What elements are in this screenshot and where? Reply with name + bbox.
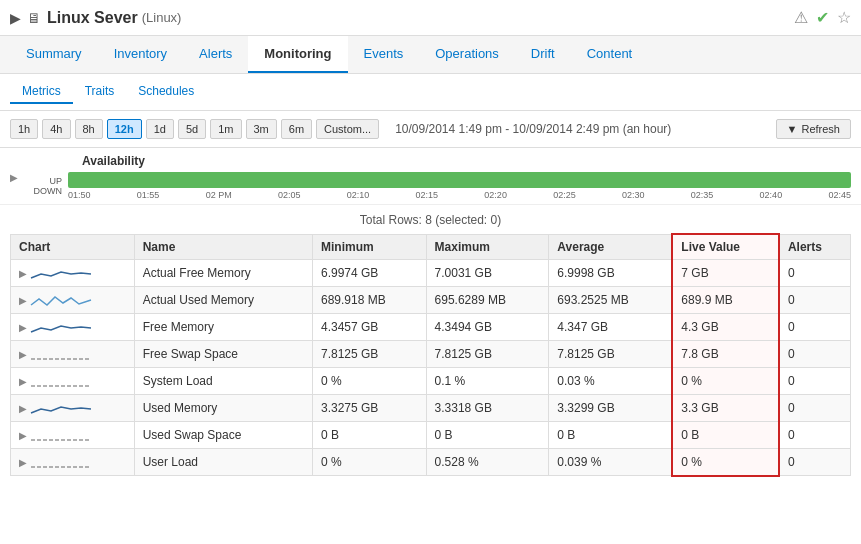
metric-maximum: 695.6289 MB <box>426 287 549 314</box>
tick-7: 02:25 <box>553 190 576 200</box>
subnav-metrics[interactable]: Metrics <box>10 80 73 104</box>
metric-name: System Load <box>134 368 312 395</box>
table-row: ▶Actual Free Memory6.9974 GB7.0031 GB6.9… <box>11 260 851 287</box>
mini-chart-svg <box>31 345 91 363</box>
page-subtitle: (Linux) <box>142 10 182 25</box>
nav-inventory[interactable]: Inventory <box>98 36 183 73</box>
table-row: ▶User Load0 %0.528 %0.039 %0 %0 <box>11 449 851 476</box>
main-navigation: Summary Inventory Alerts Monitoring Even… <box>0 36 861 74</box>
metric-name: Free Memory <box>134 314 312 341</box>
check-icon[interactable]: ✔ <box>816 8 829 27</box>
metric-alerts: 0 <box>779 287 851 314</box>
nav-events[interactable]: Events <box>348 36 420 73</box>
up-label: UP <box>49 176 62 186</box>
tick-9: 02:35 <box>691 190 714 200</box>
row-expand-arrow[interactable]: ▶ <box>19 322 27 333</box>
metric-name: Free Swap Space <box>134 341 312 368</box>
time-8h[interactable]: 8h <box>75 119 103 139</box>
chart-cell: ▶ <box>11 422 135 449</box>
tick-1: 01:55 <box>137 190 160 200</box>
metric-live-value: 4.3 GB <box>672 314 779 341</box>
tick-8: 02:30 <box>622 190 645 200</box>
metric-maximum: 7.0031 GB <box>426 260 549 287</box>
mini-chart-svg <box>31 453 91 471</box>
metric-live-value: 3.3 GB <box>672 395 779 422</box>
metric-minimum: 0 B <box>313 422 427 449</box>
tick-11: 02:45 <box>828 190 851 200</box>
avail-ticks: 01:50 01:55 02 PM 02:05 02:10 02:15 02:2… <box>68 190 851 200</box>
availability-title: Availability <box>82 154 851 168</box>
refresh-button[interactable]: ▼ Refresh <box>776 119 851 139</box>
time-5d[interactable]: 5d <box>178 119 206 139</box>
time-1d[interactable]: 1d <box>146 119 174 139</box>
table-row: ▶Used Swap Space0 B0 B0 B0 B0 <box>11 422 851 449</box>
tick-2: 02 PM <box>206 190 232 200</box>
down-label: DOWN <box>34 186 63 196</box>
table-row: ▶Actual Used Memory689.918 MB695.6289 MB… <box>11 287 851 314</box>
nav-alerts[interactable]: Alerts <box>183 36 248 73</box>
time-controls: 1h 4h 8h 12h 1d 5d 1m 3m 6m Custom... 10… <box>0 111 861 148</box>
table-summary: Total Rows: 8 (selected: 0) <box>10 213 851 227</box>
row-expand-arrow[interactable]: ▶ <box>19 403 27 414</box>
metric-average: 0 B <box>549 422 673 449</box>
metric-live-value: 689.9 MB <box>672 287 779 314</box>
row-expand-arrow[interactable]: ▶ <box>19 295 27 306</box>
metric-name: Actual Used Memory <box>134 287 312 314</box>
metric-minimum: 4.3457 GB <box>313 314 427 341</box>
alert-icon[interactable]: ⚠ <box>794 8 808 27</box>
metrics-table-section: Total Rows: 8 (selected: 0) Chart Name M… <box>0 205 861 485</box>
metric-name: Actual Free Memory <box>134 260 312 287</box>
metric-maximum: 7.8125 GB <box>426 341 549 368</box>
table-row: ▶Free Swap Space7.8125 GB7.8125 GB7.8125… <box>11 341 851 368</box>
metric-average: 4.347 GB <box>549 314 673 341</box>
metric-average: 693.2525 MB <box>549 287 673 314</box>
page-title: Linux Sever <box>47 9 138 27</box>
nav-summary[interactable]: Summary <box>10 36 98 73</box>
tick-0: 01:50 <box>68 190 91 200</box>
time-range-label: 10/09/2014 1:49 pm - 10/09/2014 2:49 pm … <box>395 122 771 136</box>
refresh-label: Refresh <box>801 123 840 135</box>
row-expand-arrow[interactable]: ▶ <box>19 376 27 387</box>
metric-alerts: 0 <box>779 314 851 341</box>
col-live-value: Live Value <box>672 234 779 260</box>
metric-maximum: 0.1 % <box>426 368 549 395</box>
nav-content[interactable]: Content <box>571 36 649 73</box>
time-3m[interactable]: 3m <box>246 119 277 139</box>
table-row: ▶System Load0 %0.1 %0.03 %0 %0 <box>11 368 851 395</box>
metric-live-value: 7 GB <box>672 260 779 287</box>
time-6m[interactable]: 6m <box>281 119 312 139</box>
mini-chart-svg <box>31 318 91 336</box>
metric-name: Used Memory <box>134 395 312 422</box>
metric-alerts: 0 <box>779 395 851 422</box>
metric-live-value: 7.8 GB <box>672 341 779 368</box>
time-1h[interactable]: 1h <box>10 119 38 139</box>
metrics-table: Chart Name Minimum Maximum Average Live … <box>10 233 851 477</box>
nav-operations[interactable]: Operations <box>419 36 515 73</box>
metric-minimum: 3.3275 GB <box>313 395 427 422</box>
tick-3: 02:05 <box>278 190 301 200</box>
tick-10: 02:40 <box>760 190 783 200</box>
mini-chart-svg <box>31 399 91 417</box>
page-header: ▶ 🖥 Linux Sever (Linux) ⚠ ✔ ☆ <box>0 0 861 36</box>
nav-monitoring[interactable]: Monitoring <box>248 36 347 73</box>
mini-chart-svg <box>31 291 91 309</box>
collapse-icon[interactable]: ▶ <box>10 172 18 183</box>
subnav-traits[interactable]: Traits <box>73 80 127 104</box>
col-maximum: Maximum <box>426 234 549 260</box>
row-expand-arrow[interactable]: ▶ <box>19 268 27 279</box>
row-expand-arrow[interactable]: ▶ <box>19 457 27 468</box>
subnav-schedules[interactable]: Schedules <box>126 80 206 104</box>
header-actions: ⚠ ✔ ☆ <box>794 8 851 27</box>
metric-minimum: 689.918 MB <box>313 287 427 314</box>
row-expand-arrow[interactable]: ▶ <box>19 349 27 360</box>
star-icon[interactable]: ☆ <box>837 8 851 27</box>
col-name: Name <box>134 234 312 260</box>
mini-chart-svg <box>31 372 91 390</box>
table-row: ▶Free Memory4.3457 GB4.3494 GB4.347 GB4.… <box>11 314 851 341</box>
nav-drift[interactable]: Drift <box>515 36 571 73</box>
time-4h[interactable]: 4h <box>42 119 70 139</box>
time-12h[interactable]: 12h <box>107 119 142 139</box>
time-1m[interactable]: 1m <box>210 119 241 139</box>
time-custom[interactable]: Custom... <box>316 119 379 139</box>
row-expand-arrow[interactable]: ▶ <box>19 430 27 441</box>
